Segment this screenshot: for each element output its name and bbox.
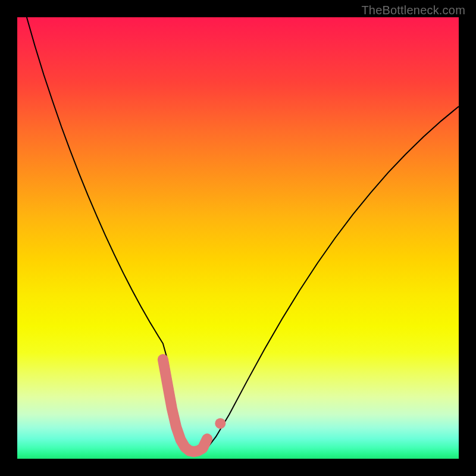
series-curve [17,17,459,452]
series-marker-thick [163,359,207,452]
watermark-text: TheBottleneck.com [361,4,465,17]
chart-frame: TheBottleneck.com [0,0,476,476]
plot-area [17,17,459,459]
series-marker-dot [215,418,226,429]
curve-layer [17,17,459,459]
